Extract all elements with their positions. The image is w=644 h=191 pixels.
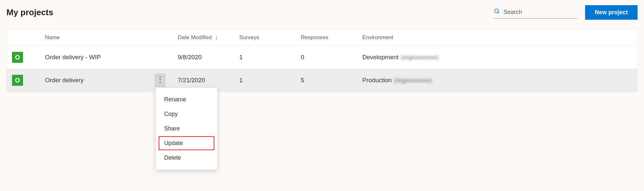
menu-item-rename[interactable]: Rename [158,92,215,107]
table-row[interactable]: O Order delivery 7/21/2020 1 5 Productio… [7,69,637,92]
row-context-menu: Rename Copy Share Update Delete [156,88,217,170]
table-header-row: Name Date Modified ↓ Surveys Responses E… [7,29,637,46]
svg-point-5 [159,76,160,77]
project-date: 9/8/2020 [175,49,237,65]
col-name-header[interactable]: Name [42,30,175,45]
environment-org: (orgxxxxxxxx) [394,77,432,84]
col-date-header[interactable]: Date Modified ↓ [175,29,237,45]
more-vertical-icon [159,76,161,85]
col-date-label: Date Modified [178,34,212,41]
project-responses: 5 [298,72,360,88]
header-actions: New project [493,5,638,20]
project-environment: Production (orgxxxxxxxx) [360,72,637,88]
col-responses-header[interactable]: Responses [298,30,360,45]
svg-point-6 [159,79,160,80]
col-surveys-header[interactable]: Surveys [237,30,298,45]
search-field-wrap[interactable] [493,7,577,18]
menu-item-share[interactable]: Share [158,121,215,136]
project-initial-badge: O [12,75,23,86]
sort-descending-icon: ↓ [215,34,218,41]
project-responses: 0 [298,49,360,65]
col-environment-header[interactable]: Environment [360,30,637,45]
svg-point-7 [159,82,160,83]
col-icon-header [7,33,42,42]
new-project-button[interactable]: New project [585,5,638,20]
project-date: 7/21/2020 [175,72,237,88]
project-icon-cell: O [7,70,42,90]
environment-name: Production [362,77,392,84]
page-title: My projects [6,7,53,17]
table-row[interactable]: O Order delivery - WIP 9/8/2020 1 0 Deve… [7,46,637,69]
project-name[interactable]: Order delivery [45,77,84,84]
project-surveys: 1 [237,72,298,88]
menu-item-copy[interactable]: Copy [158,107,215,121]
projects-table: Name Date Modified ↓ Surveys Responses E… [6,29,638,92]
environment-org: (orgxxxxxxxx) [401,54,438,61]
project-name[interactable]: Order delivery - WIP [45,54,101,61]
project-initial-badge: O [12,52,23,63]
more-actions-button[interactable] [154,73,165,87]
project-icon-cell: O [7,47,42,67]
search-input[interactable] [503,9,575,16]
menu-item-delete[interactable]: Delete [158,151,215,165]
environment-name: Development [362,54,399,61]
project-surveys: 1 [237,49,298,65]
svg-point-0 [494,9,498,13]
menu-item-update[interactable]: Update [158,136,215,151]
page-header: My projects New project [6,5,638,20]
search-icon [494,8,500,16]
svg-line-1 [498,12,499,13]
project-environment: Development (orgxxxxxxxx) [360,49,637,65]
